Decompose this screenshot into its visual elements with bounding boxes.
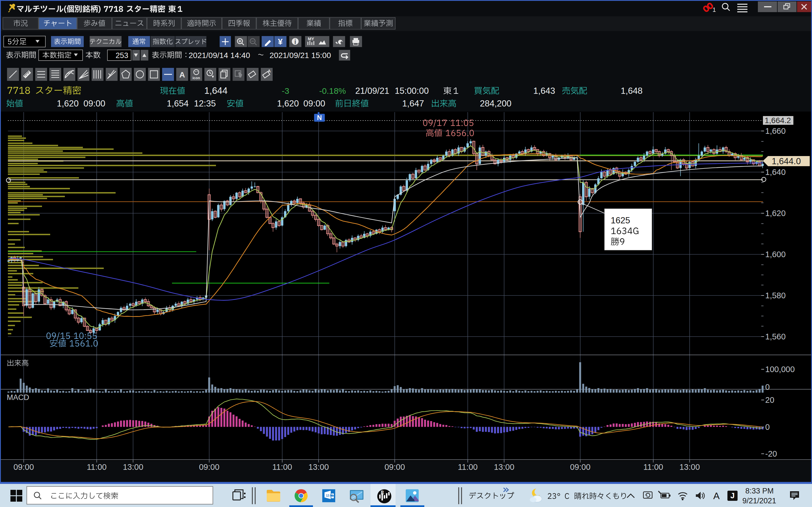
svg-text:1,660: 1,660 bbox=[765, 126, 786, 135]
svg-text:A: A bbox=[268, 68, 271, 73]
svg-text:1,644.0: 1,644.0 bbox=[772, 156, 801, 166]
svg-text:i: i bbox=[294, 38, 296, 45]
svg-text:11:00: 11:00 bbox=[458, 462, 477, 471]
svg-text:13:00: 13:00 bbox=[494, 462, 515, 471]
svg-text:MY: MY bbox=[308, 36, 314, 41]
svg-text:100,000: 100,000 bbox=[765, 365, 795, 374]
svg-text:1,647: 1,647 bbox=[402, 99, 424, 108]
svg-text:1,640: 1,640 bbox=[765, 168, 786, 177]
svg-text:21/09/21: 21/09/21 bbox=[355, 86, 389, 96]
svg-text:0: 0 bbox=[765, 383, 770, 392]
svg-text:1,620: 1,620 bbox=[277, 99, 299, 108]
svg-text:12:35: 12:35 bbox=[194, 99, 216, 108]
svg-text:11:00: 11:00 bbox=[272, 462, 292, 471]
svg-text:15:00:00: 15:00:00 bbox=[395, 86, 429, 96]
svg-text:R: R bbox=[381, 490, 384, 494]
svg-text:-20: -20 bbox=[765, 449, 777, 458]
svg-text:-0.18%: -0.18% bbox=[319, 86, 346, 96]
svg-text:1: 1 bbox=[712, 6, 716, 13]
svg-text:253: 253 bbox=[116, 51, 128, 60]
svg-text:A: A bbox=[713, 490, 720, 501]
svg-text:1,664.2: 1,664.2 bbox=[765, 116, 791, 125]
svg-text:1,644: 1,644 bbox=[204, 86, 227, 96]
svg-text:-3: -3 bbox=[282, 86, 289, 96]
svg-text:1,648: 1,648 bbox=[620, 86, 643, 96]
svg-text:09:00: 09:00 bbox=[303, 99, 325, 108]
svg-text:J: J bbox=[730, 492, 734, 500]
svg-text:12:00: 12:00 bbox=[326, 494, 333, 497]
svg-text:1,643: 1,643 bbox=[533, 86, 555, 96]
svg-text:20: 20 bbox=[765, 395, 774, 404]
svg-text:2021/09/21 15:00: 2021/09/21 15:00 bbox=[269, 51, 331, 60]
svg-text:N: N bbox=[317, 114, 322, 121]
svg-text:0: 0 bbox=[765, 422, 770, 432]
svg-text:1625: 1625 bbox=[611, 216, 630, 225]
svg-text:09:00: 09:00 bbox=[385, 462, 405, 471]
svg-text:09:00: 09:00 bbox=[570, 462, 591, 471]
svg-text:MACD: MACD bbox=[7, 393, 29, 402]
svg-text:13:00: 13:00 bbox=[123, 462, 144, 471]
svg-text:1,600: 1,600 bbox=[765, 250, 786, 259]
svg-text:09:00: 09:00 bbox=[13, 462, 34, 471]
svg-text:09:00: 09:00 bbox=[84, 99, 105, 108]
svg-text:1,580: 1,580 bbox=[765, 291, 786, 300]
svg-text:8:33 PM: 8:33 PM bbox=[745, 487, 774, 495]
svg-text:1,620: 1,620 bbox=[57, 99, 79, 108]
svg-text:¥: ¥ bbox=[278, 37, 283, 46]
svg-text:284,200: 284,200 bbox=[480, 99, 511, 108]
svg-text:9/21/2021: 9/21/2021 bbox=[742, 497, 776, 505]
svg-text:icon: icon bbox=[193, 76, 200, 80]
svg-text:11:00: 11:00 bbox=[644, 462, 663, 471]
svg-text:09:00: 09:00 bbox=[199, 462, 220, 471]
svg-text:11:00: 11:00 bbox=[87, 462, 107, 471]
svg-text:13:00: 13:00 bbox=[679, 462, 700, 471]
svg-text:13:00: 13:00 bbox=[308, 462, 329, 471]
svg-text:1,654: 1,654 bbox=[167, 99, 189, 108]
svg-text:A: A bbox=[179, 70, 185, 79]
svg-text:1,560: 1,560 bbox=[765, 332, 786, 341]
svg-text:2021/09/14 14:40: 2021/09/14 14:40 bbox=[189, 51, 250, 60]
svg-text:1,620: 1,620 bbox=[765, 209, 786, 218]
